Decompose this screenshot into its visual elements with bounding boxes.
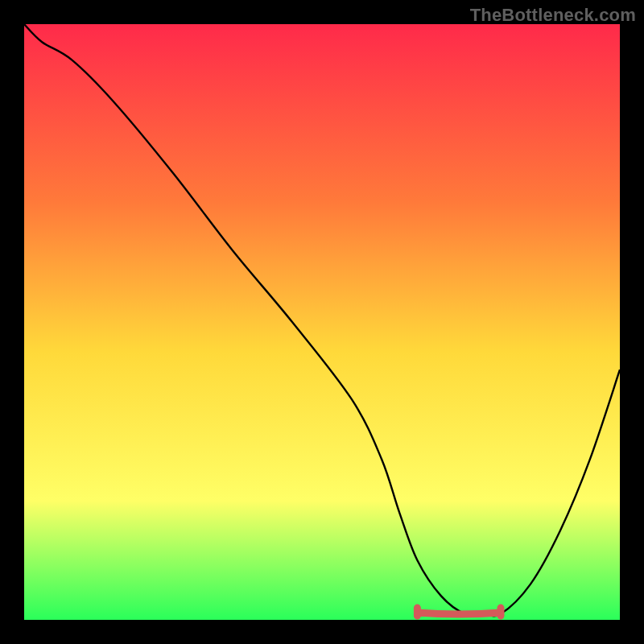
gradient-background — [24, 24, 620, 620]
chart-frame: TheBottleneck.com — [0, 0, 644, 644]
plot-area — [24, 24, 620, 620]
watermark-text: TheBottleneck.com — [470, 5, 636, 26]
bottleneck-chart — [24, 24, 620, 620]
